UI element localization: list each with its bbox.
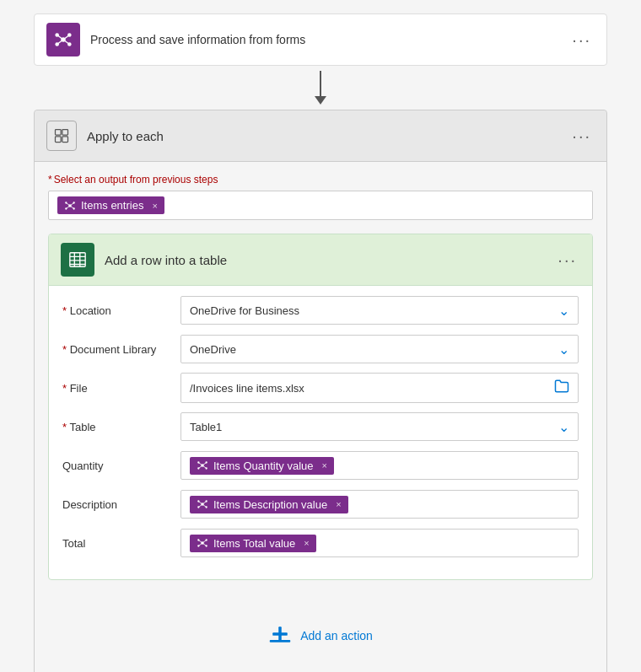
field-quantity-label: Quantity (62, 460, 180, 472)
field-table-value: Table1 (190, 421, 552, 433)
svg-rect-10 (62, 130, 68, 136)
table-dropdown-icon: ⌄ (558, 419, 569, 435)
add-action-label: Add an action (300, 629, 373, 642)
field-location-row: Location OneDrive for Business ⌄ (62, 294, 579, 326)
doclibrary-dropdown-icon: ⌄ (558, 341, 569, 358)
items-entries-close[interactable]: × (152, 201, 157, 211)
svg-line-33 (198, 463, 202, 466)
file-folder-icon (554, 379, 569, 397)
action-title: Add a row into a table (105, 253, 554, 267)
action-card-body: Location OneDrive for Business ⌄ Documen… (49, 286, 592, 579)
output-input-row[interactable]: Items entries × (48, 191, 593, 220)
field-total-input[interactable]: Items Total value × (180, 529, 579, 557)
quantity-token-label: Items Quantity value (213, 460, 314, 472)
quantity-token-close[interactable]: × (322, 460, 327, 470)
svg-rect-56 (278, 626, 282, 642)
apply-each-icon (46, 121, 77, 151)
items-entries-tag[interactable]: Items entries × (57, 196, 164, 214)
field-total-row: Total (62, 527, 579, 559)
svg-line-42 (198, 502, 202, 505)
field-quantity-row: Quantity (62, 449, 579, 481)
svg-line-21 (70, 206, 74, 209)
svg-line-44 (198, 504, 202, 508)
add-action-area: Add an action (48, 605, 593, 665)
description-token-close[interactable]: × (336, 499, 341, 509)
total-token[interactable]: Items Total value × (190, 535, 316, 552)
svg-line-35 (198, 465, 202, 469)
add-action-icon (268, 622, 292, 648)
svg-line-5 (57, 35, 63, 40)
action-icon (61, 243, 94, 277)
trigger-title: Process and save information from forms (90, 33, 568, 46)
field-description-label: Description (62, 498, 180, 511)
items-entries-label: Items entries (81, 199, 143, 212)
trigger-more-button[interactable]: ··· (568, 27, 595, 53)
field-location-input[interactable]: OneDrive for Business ⌄ (180, 296, 579, 325)
required-star: * (48, 174, 52, 185)
apply-each-more-button[interactable]: ··· (568, 123, 595, 149)
add-action-button[interactable]: Add an action (251, 614, 390, 657)
svg-rect-57 (270, 640, 291, 642)
field-table-input[interactable]: Table1 ⌄ (180, 412, 579, 441)
field-description-row: Description (62, 488, 579, 520)
field-doclibrary-label: Document Library (62, 343, 180, 356)
total-token-close[interactable]: × (304, 538, 309, 548)
field-doclibrary-row: Document Library OneDrive ⌄ (62, 333, 579, 365)
select-output-label: *Select an output from previous steps (48, 174, 593, 185)
svg-line-18 (66, 202, 70, 206)
total-token-label: Items Total value (213, 537, 295, 550)
field-table-label: Table (62, 421, 180, 433)
svg-line-8 (63, 40, 69, 45)
svg-line-6 (63, 35, 69, 40)
field-doclibrary-input[interactable]: OneDrive ⌄ (180, 335, 579, 363)
field-file-value: /Invoices line items.xlsx (190, 382, 547, 395)
field-total-label: Total (62, 537, 180, 550)
location-dropdown-icon: ⌄ (558, 303, 569, 319)
svg-line-53 (198, 543, 202, 546)
svg-rect-11 (56, 137, 62, 142)
field-doclibrary-value: OneDrive (190, 343, 552, 356)
field-location-label: Location (62, 304, 180, 317)
arrow-connector (34, 66, 607, 110)
trigger-card: Process and save information from forms … (34, 13, 607, 66)
svg-line-34 (202, 463, 207, 466)
field-table-row: Table Table1 ⌄ (62, 411, 579, 443)
svg-line-7 (57, 40, 63, 45)
field-file-label: File (62, 382, 180, 395)
svg-line-20 (66, 206, 70, 209)
description-token-label: Items Description value (213, 498, 327, 511)
svg-rect-12 (62, 137, 68, 142)
description-token[interactable]: Items Description value × (190, 496, 348, 513)
svg-line-51 (198, 540, 202, 544)
apply-each-body: *Select an output from previous steps It… (35, 161, 606, 672)
svg-line-52 (202, 540, 207, 544)
svg-line-19 (70, 202, 74, 206)
svg-line-43 (202, 502, 207, 505)
svg-line-36 (202, 465, 207, 469)
svg-rect-9 (56, 130, 62, 136)
field-file-input[interactable]: /Invoices line items.xlsx (180, 373, 579, 403)
action-card-header: Add a row into a table ··· (49, 234, 592, 286)
trigger-icon (46, 23, 80, 56)
quantity-token[interactable]: Items Quantity value × (190, 457, 334, 475)
field-quantity-input[interactable]: Items Quantity value × (180, 451, 579, 480)
svg-line-45 (202, 504, 207, 508)
field-description-input[interactable]: Items Description value × (180, 490, 579, 519)
apply-each-title: Apply to each (87, 129, 568, 143)
svg-line-54 (202, 543, 207, 546)
action-more-button[interactable]: ··· (554, 247, 580, 273)
apply-each-container: Apply to each ··· *Select an output from… (34, 110, 607, 672)
apply-each-header: Apply to each ··· (35, 110, 606, 161)
field-file-row: File /Invoices line items.xlsx (62, 372, 579, 404)
field-location-value: OneDrive for Business (190, 304, 552, 317)
action-card: Add a row into a table ··· Location OneD… (48, 234, 593, 580)
